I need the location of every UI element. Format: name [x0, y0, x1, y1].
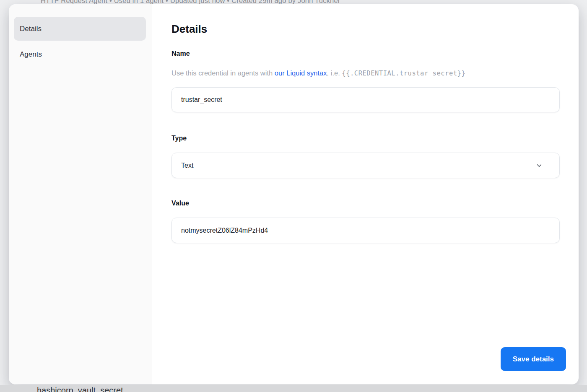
background-credential-name: hashicorp_vault_secret: [37, 385, 587, 392]
helper-prefix: Use this credential in agents with: [171, 69, 275, 77]
sidebar-item-agents[interactable]: Agents: [14, 42, 146, 66]
background-bottom-row: hashicorp_vault_secret: [0, 385, 587, 392]
sidebar-item-agents-label: Agents: [20, 50, 42, 59]
credential-modal: Details Agents Details Name Use this cre…: [9, 4, 579, 384]
type-select[interactable]: Text: [171, 153, 560, 178]
name-input[interactable]: [171, 87, 560, 112]
type-select-value: Text: [181, 162, 193, 169]
name-label: Name: [171, 49, 560, 58]
sidebar-item-details[interactable]: Details: [14, 17, 146, 41]
value-label: Value: [171, 199, 560, 208]
value-input[interactable]: [171, 218, 560, 243]
chevron-down-icon: [536, 163, 542, 169]
helper-middle: , i.e.: [327, 69, 342, 77]
details-panel: Details Name Use this credential in agen…: [152, 4, 579, 384]
save-details-button[interactable]: Save details: [501, 347, 566, 371]
liquid-syntax-link[interactable]: our Liquid syntax: [275, 69, 327, 77]
page-title: Details: [171, 22, 560, 36]
sidebar-item-details-label: Details: [20, 25, 42, 33]
type-label: Type: [171, 134, 560, 143]
modal-sidebar: Details Agents: [9, 4, 152, 384]
credential-code-snippet: {{.CREDENTIAL.trustar_secret}}: [342, 70, 465, 77]
name-helper-text: Use this credential in agents with our L…: [171, 69, 560, 78]
